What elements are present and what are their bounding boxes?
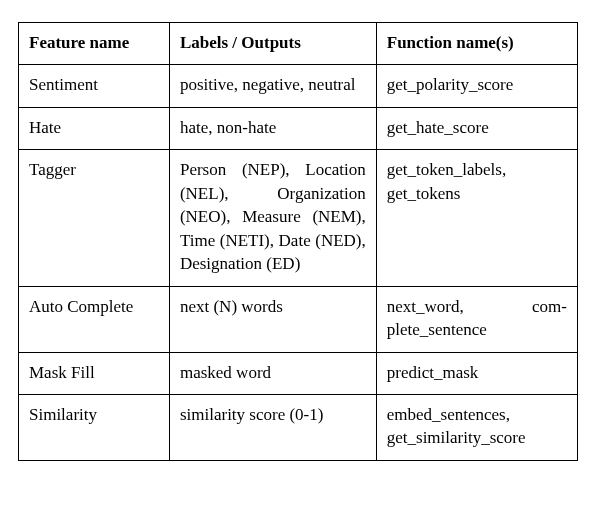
table-row: Auto Complete next (N) words next_word, … [19,286,578,352]
table-row: Tagger Person (NEP), Loca­tion (NEL), Or… [19,150,578,286]
table-row: Similarity similarity score (0-1) embed_… [19,394,578,460]
cell-labels: next (N) words [169,286,376,352]
cell-labels: similarity score (0-1) [169,394,376,460]
table-header-row: Feature name Labels / Outputs Function n… [19,23,578,65]
cell-feature: Mask Fill [19,352,170,394]
cell-labels: hate, non-hate [169,107,376,149]
table-row: Sentiment positive, negative, neu­tral g… [19,65,578,107]
table-row: Hate hate, non-hate get_hate_score [19,107,578,149]
cell-functions: get_polarity_score [376,65,577,107]
cell-functions: get_token_labels, get_tokens [376,150,577,286]
cell-functions: predict_mask [376,352,577,394]
features-table: Feature name Labels / Outputs Function n… [18,22,578,461]
cell-feature: Hate [19,107,170,149]
cell-feature: Auto Complete [19,286,170,352]
header-functions: Function name(s) [376,23,577,65]
cell-functions: next_word, com­plete_sentence [376,286,577,352]
cell-labels: masked word [169,352,376,394]
cell-functions: embed_sentences, get_similarity_score [376,394,577,460]
cell-labels: Person (NEP), Loca­tion (NEL), Organiza­… [169,150,376,286]
header-feature: Feature name [19,23,170,65]
cell-labels: positive, negative, neu­tral [169,65,376,107]
cell-feature: Similarity [19,394,170,460]
cell-feature: Sentiment [19,65,170,107]
cell-feature: Tagger [19,150,170,286]
header-labels: Labels / Outputs [169,23,376,65]
cell-functions: get_hate_score [376,107,577,149]
table-row: Mask Fill masked word predict_mask [19,352,578,394]
fn-part-a: next_word, [387,297,464,316]
